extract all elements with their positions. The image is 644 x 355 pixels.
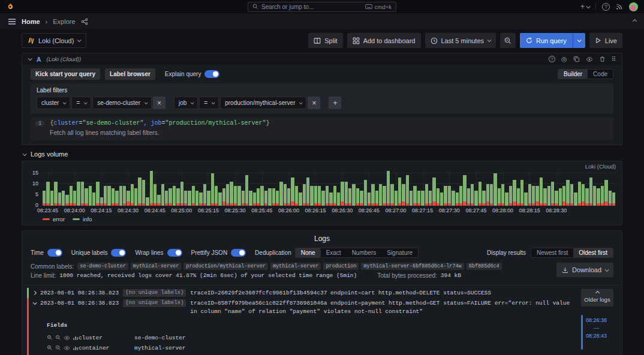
filter-label-select[interactable]: cluster <box>37 97 70 109</box>
chevron-up-icon[interactable] <box>633 19 637 23</box>
query-inspector-icon[interactable]: ◎ <box>561 55 567 63</box>
log-details: Fieldsclusterse-demo-clustercontainermyt… <box>29 317 576 355</box>
volume-bar <box>493 171 496 206</box>
drag-handle-icon[interactable]: ⠿ <box>612 56 616 62</box>
log-row[interactable]: 2023-08-01 08:26:38.823(no unique labels… <box>29 298 576 317</box>
new-menu-button[interactable]: + <box>580 2 589 11</box>
volume-bar <box>165 171 168 206</box>
collapse-query-icon[interactable] <box>28 56 32 61</box>
info-bar-segment <box>222 188 225 201</box>
chevron-down-icon <box>23 152 27 156</box>
display-oldest-first[interactable]: Oldest first <box>573 248 613 257</box>
add-to-dashboard-button[interactable]: Add to dashboard <box>347 33 421 48</box>
datasource-picker[interactable]: Loki (Cloud) <box>22 33 86 48</box>
duplicate-query-icon[interactable] <box>573 56 580 62</box>
run-query-options-button[interactable] <box>573 33 585 48</box>
line-limit-label: Line limit: <box>31 272 56 279</box>
volume-bar <box>138 171 141 206</box>
log-expand-icon[interactable] <box>33 301 37 305</box>
query-datasource-hint: (Loki (Cloud)) <box>47 56 82 62</box>
filter-operator-select-value: = <box>76 100 80 106</box>
split-button[interactable]: Split <box>308 33 342 48</box>
dedup-none[interactable]: None <box>296 248 321 257</box>
log-expand-icon[interactable] <box>32 291 37 295</box>
dedup-numbers[interactable]: Numbers <box>347 248 382 257</box>
filter-for-value-icon[interactable] <box>47 345 53 351</box>
volume-bar <box>222 171 225 206</box>
explain-query-toggle[interactable] <box>204 70 219 78</box>
filter-out-value-icon[interactable] <box>55 345 61 351</box>
volume-bar <box>257 171 260 206</box>
line-limit-value: 1000 reached, received logs cover 41.87%… <box>59 272 357 279</box>
query-preview: 1 {cluster="se-demo-cluster", job="produ… <box>31 118 613 140</box>
show-field-icon[interactable] <box>64 335 70 341</box>
help-button[interactable]: ? <box>602 3 610 11</box>
download-button[interactable]: Download <box>556 263 613 277</box>
run-query-button[interactable]: Run query <box>520 33 573 48</box>
x-tick-label: 08:28:00 <box>492 207 513 213</box>
breadcrumb-home[interactable]: Home <box>22 18 40 25</box>
filter-operator-select[interactable]: = <box>71 97 91 109</box>
info-bar-segment <box>535 186 538 201</box>
mode-code[interactable]: Code <box>588 70 613 79</box>
toggle-switch[interactable] <box>47 249 62 257</box>
volume-bar <box>176 171 179 206</box>
y-axis: 051015 <box>27 171 43 206</box>
mode-builder[interactable]: Builder <box>558 70 588 79</box>
info-bar-segment <box>505 192 508 206</box>
toggle-switch[interactable] <box>231 249 246 257</box>
news-icon[interactable] <box>616 3 623 10</box>
common-label-chip: production/mythical-server <box>183 263 268 270</box>
live-button[interactable]: Live <box>589 33 622 48</box>
volume-bar <box>562 171 565 206</box>
info-bar-segment <box>609 191 612 204</box>
field-stats-icon[interactable] <box>73 345 79 351</box>
filter-operator-select[interactable]: = <box>199 97 219 109</box>
filter-out-value-icon[interactable] <box>55 335 61 341</box>
menu-toggle-icon[interactable] <box>8 17 16 26</box>
toggle-switch[interactable] <box>167 249 182 257</box>
grafana-logo-icon[interactable] <box>6 2 15 11</box>
display-newest-first[interactable]: Newest first <box>531 248 573 257</box>
kick-start-button[interactable]: Kick start your query <box>31 68 100 80</box>
label-filters-row: cluster=se-demo-cluster×job=production/m… <box>37 97 607 109</box>
display-results-switcher: Newest firstOldest first <box>531 248 613 258</box>
filter-value-select[interactable]: se-demo-cluster <box>92 97 152 109</box>
volume-bar <box>65 171 68 206</box>
older-logs-button[interactable]: Older logs <box>581 289 613 306</box>
info-bar-segment <box>127 191 130 201</box>
search-input[interactable]: cmd+k <box>248 2 396 12</box>
dedup-exact[interactable]: Exact <box>321 248 347 257</box>
volume-bar <box>456 171 459 206</box>
logs-time-nav[interactable]: 08:26:38 — 08:28:43 <box>581 315 613 350</box>
query-expression[interactable]: {cluster="se-demo-cluster", job="product… <box>50 120 269 127</box>
filter-value-select[interactable]: production/mythical-server <box>220 97 306 109</box>
legend-item-info[interactable]: info <box>73 216 92 222</box>
time-nav-bar <box>581 315 583 350</box>
user-avatar[interactable] <box>629 2 638 11</box>
log-row[interactable]: 2023-08-01 08:26:38.823(no unique labels… <box>29 288 576 298</box>
filter-for-value-icon[interactable] <box>47 335 53 341</box>
zoom-out-button[interactable] <box>500 33 516 48</box>
apps-icon <box>353 37 360 44</box>
field-stats-icon[interactable] <box>73 335 79 341</box>
query-row-header[interactable]: A (Loki (Cloud)) ? ◎ ⠿ <box>22 53 622 65</box>
remove-filter-button[interactable]: × <box>153 97 165 109</box>
disable-query-icon[interactable] <box>586 56 593 63</box>
remove-query-icon[interactable] <box>599 56 606 62</box>
dedup-signature[interactable]: Signature <box>381 248 418 257</box>
label-browser-button[interactable]: Label browser <box>105 68 155 80</box>
toggle-switch[interactable] <box>111 249 126 257</box>
show-field-icon[interactable] <box>64 345 70 351</box>
time-range-picker[interactable]: Last 5 minutes <box>425 33 496 48</box>
legend-item-error[interactable]: error <box>43 216 65 222</box>
filter-label-select[interactable]: job <box>174 97 198 109</box>
logs-volume-section-toggle[interactable]: Logs volume <box>23 151 621 158</box>
query-help-icon[interactable]: ? <box>549 56 555 62</box>
add-filter-button[interactable]: + <box>329 97 341 109</box>
explore-toolbar: Loki (Cloud) Split Add to dashboard Last… <box>22 33 622 48</box>
share-icon[interactable] <box>81 18 88 25</box>
search-field[interactable] <box>261 4 362 10</box>
info-bar-segment <box>562 186 565 201</box>
remove-filter-button[interactable]: × <box>308 97 320 109</box>
